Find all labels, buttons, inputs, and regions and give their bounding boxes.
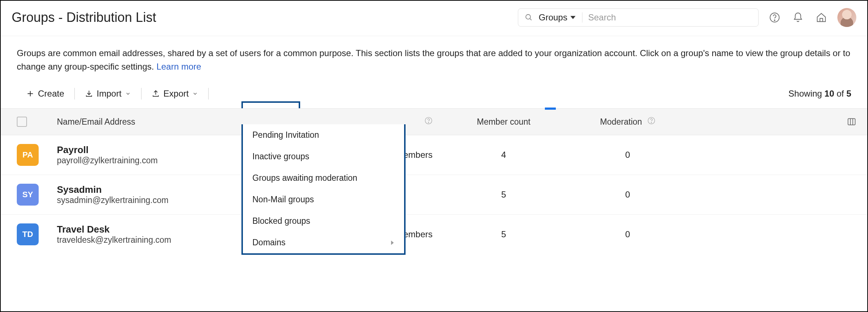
export-label: Export <box>163 89 189 99</box>
select-all-checkbox[interactable] <box>17 117 27 127</box>
plus-icon <box>26 90 34 98</box>
column-settings-icon[interactable] <box>847 117 856 126</box>
search-box[interactable]: Groups <box>518 8 759 27</box>
col-member-count[interactable]: Member count <box>443 117 564 127</box>
filter-item-awaiting-moderation[interactable]: Groups awaiting moderation <box>243 167 404 189</box>
showing-prefix: Showing <box>788 89 825 98</box>
header-bar: Groups - Distribution List Groups <box>1 1 867 36</box>
table-row[interactable]: PA Payroll payroll@zylkertraining.com Me… <box>1 135 867 175</box>
search-scope-dropdown[interactable]: Groups <box>539 12 582 23</box>
help-icon[interactable] <box>647 117 655 125</box>
filter-item-non-mail-groups[interactable]: Non-Mail groups <box>243 189 404 210</box>
import-button[interactable]: Import <box>78 86 137 101</box>
avatar[interactable] <box>837 8 856 27</box>
bell-icon[interactable] <box>791 10 805 25</box>
svg-point-3 <box>774 20 775 21</box>
filter-item-label: Groups awaiting moderation <box>252 173 357 183</box>
group-moderation: 0 <box>564 190 691 200</box>
table-row[interactable]: SY Sysadmin sysadmin@zylkertraining.com … <box>1 175 867 215</box>
chevron-right-icon <box>390 241 395 245</box>
group-member-count: 4 <box>443 150 564 160</box>
home-icon[interactable] <box>814 10 829 25</box>
group-member-count: 5 <box>443 229 564 239</box>
header-right: Groups <box>518 8 856 27</box>
learn-more-link[interactable]: Learn more <box>156 62 201 71</box>
chevron-down-icon <box>192 91 198 97</box>
showing-suffix: of <box>834 89 846 98</box>
create-label: Create <box>38 89 64 99</box>
filter-item-label: Inactive groups <box>252 152 309 161</box>
caret-down-icon <box>570 15 576 20</box>
showing-total: 5 <box>846 89 851 98</box>
group-badge: SY <box>17 184 39 206</box>
filter-item-inactive-groups[interactable]: Inactive groups <box>243 146 404 167</box>
svg-rect-10 <box>848 119 855 125</box>
column-indicator <box>545 108 556 110</box>
import-icon <box>85 90 93 98</box>
chevron-down-icon <box>125 91 131 97</box>
divider <box>141 88 142 100</box>
svg-line-1 <box>530 19 532 20</box>
import-label: Import <box>97 89 121 99</box>
group-badge: TD <box>17 223 39 245</box>
divider <box>74 88 75 100</box>
search-icon <box>525 13 533 22</box>
export-icon <box>152 90 160 98</box>
filter-item-label: Pending Invitation <box>252 130 319 140</box>
filter-dropdown: Pending Invitation Inactive groups Group… <box>241 124 406 255</box>
svg-point-7 <box>428 122 429 123</box>
filter-item-label: Blocked groups <box>252 216 310 226</box>
description-body: Groups are common email addresses, share… <box>17 48 850 71</box>
filter-item-domains[interactable]: Domains <box>243 232 404 253</box>
table-row[interactable]: TD Travel Desk traveldesk@zylkertraining… <box>1 215 867 254</box>
filter-item-label: Non-Mail groups <box>252 195 314 204</box>
group-moderation: 0 <box>564 229 691 239</box>
showing-bold: 10 <box>825 89 834 98</box>
svg-point-9 <box>651 122 651 123</box>
col-moderation[interactable]: Moderation <box>600 117 642 126</box>
divider <box>208 88 209 100</box>
group-badge: PA <box>17 144 39 166</box>
filter-item-blocked-groups[interactable]: Blocked groups <box>243 210 404 232</box>
export-button[interactable]: Export <box>145 86 205 101</box>
description-text: Groups are common email addresses, share… <box>1 36 867 73</box>
help-icon[interactable] <box>767 10 782 25</box>
page-title: Groups - Distribution List <box>12 10 156 25</box>
filter-item-pending-invitation[interactable]: Pending Invitation <box>243 124 404 146</box>
search-scope-label: Groups <box>539 12 567 23</box>
svg-point-0 <box>526 15 531 19</box>
group-member-count: 5 <box>443 190 564 200</box>
help-icon[interactable] <box>425 117 433 125</box>
toolbar: Create Import Export Showing 10 of 5 <box>1 73 867 108</box>
filter-item-label: Domains <box>252 238 286 247</box>
search-input[interactable] <box>588 12 752 23</box>
create-button[interactable]: Create <box>20 86 71 101</box>
group-moderation: 0 <box>564 150 691 160</box>
showing-count: Showing 10 of 5 <box>788 89 851 99</box>
table-header: Name/Email Address Member count Moderati… <box>1 108 867 135</box>
toolbar-left: Create Import Export <box>20 86 212 101</box>
